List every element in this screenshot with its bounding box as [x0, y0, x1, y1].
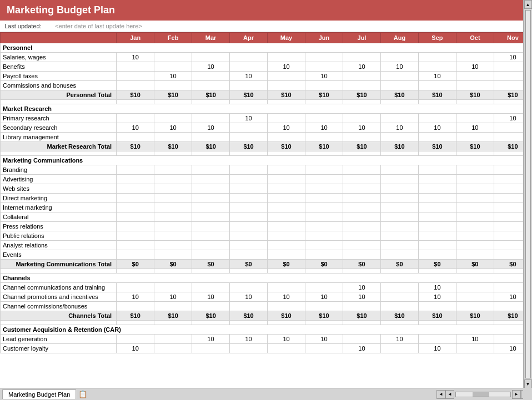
table-row: Branding — [1, 165, 532, 175]
resize-corner — [523, 388, 532, 400]
header-label-col — [1, 33, 117, 43]
month-header-row: Jan Feb Mar Apr May Jun Jul Aug Sep Oct … — [1, 33, 532, 43]
last-updated-bar: Last updated: <enter date of last update… — [0, 21, 532, 32]
scroll-thumb[interactable] — [473, 392, 489, 397]
table-row: Customer loyalty10101010 — [1, 344, 532, 353]
section-header-4: Customer Acquisition & Retention (CAR) — [1, 325, 532, 335]
table-row: Direct marketing — [1, 194, 532, 203]
total-row-2: Marketing Communications Total$0$0$0$0$0… — [1, 260, 532, 269]
table-row: Channel communications and training1010 — [1, 283, 532, 292]
horizontal-scrollbar[interactable]: ◄ ◄ ► ► — [436, 390, 530, 399]
table-row: Primary research1010 — [1, 114, 532, 123]
table-row: Benefits1010101010 — [1, 62, 532, 72]
section-spacer — [1, 321, 532, 325]
table-row: Payroll taxes10101010 — [1, 72, 532, 81]
table-row: Commissions and bonuses — [1, 81, 532, 90]
header-feb: Feb — [154, 33, 192, 43]
table-row: Library management — [1, 133, 532, 142]
scroll-track-v[interactable] — [525, 10, 531, 378]
table-row: Lead generation101010101010 — [1, 335, 532, 344]
total-row-0: Personnel Total$10$10$10$10$10$10$10$10$… — [1, 90, 532, 100]
table-row: Secondary research101010101010101010 — [1, 123, 532, 133]
table-row: Public relations — [1, 231, 532, 241]
section-spacer — [1, 151, 532, 156]
section-header-1: Market Research — [1, 104, 532, 114]
header-oct: Oct — [456, 33, 494, 43]
scroll-right2-btn[interactable]: ► — [512, 390, 521, 399]
header-mar: Mar — [192, 33, 230, 43]
table-row: Web sites — [1, 184, 532, 194]
section-header-0: Personnel — [1, 43, 532, 53]
section-spacer — [1, 269, 532, 274]
scroll-track[interactable] — [455, 392, 511, 397]
table-row: Collateral — [1, 212, 532, 222]
section-header-2: Marketing Communications — [1, 156, 532, 165]
table-row: Channel commissions/bonuses — [1, 302, 532, 311]
header-apr: Apr — [230, 33, 268, 43]
total-row-3: Channels Total$10$10$10$10$10$10$10$10$1… — [1, 311, 532, 321]
table-row: Salaries, wages1010 — [1, 53, 532, 62]
vertical-scrollbar[interactable]: ▲ ▼ — [523, 0, 532, 388]
table-row: Analyst relations — [1, 241, 532, 250]
title-bar: Marketing Budget Plan — [0, 0, 532, 21]
scroll-left2-btn[interactable]: ◄ — [445, 390, 454, 399]
header-aug: Aug — [380, 33, 418, 43]
header-jul: Jul — [343, 33, 380, 43]
header-jan: Jan — [117, 33, 154, 43]
last-updated-value: <enter date of last update here> — [55, 23, 142, 29]
table-row: Channel promotions and incentives1010101… — [1, 292, 532, 302]
sheet-tab-add[interactable]: 📋 — [78, 390, 87, 398]
spreadsheet-area: Jan Feb Mar Apr May Jun Jul Aug Sep Oct … — [0, 32, 532, 353]
last-updated-label: Last updated: — [4, 23, 42, 29]
sheet-tab[interactable]: Marketing Budget Plan — [2, 389, 76, 399]
table-row: Internet marketing — [1, 203, 532, 212]
spreadsheet-title: Marketing Budget Plan — [7, 4, 115, 16]
scroll-down-btn[interactable]: ▼ — [524, 379, 532, 388]
bottom-bar: Marketing Budget Plan 📋 ◄ ◄ ► ► — [0, 388, 532, 400]
scroll-up-btn[interactable]: ▲ — [524, 0, 532, 9]
header-sep: Sep — [418, 33, 456, 43]
section-spacer — [1, 100, 532, 104]
table-row: Events — [1, 250, 532, 260]
total-row-1: Market Research Total$10$10$10$10$10$10$… — [1, 142, 532, 151]
header-may: May — [268, 33, 305, 43]
scroll-left-btn[interactable]: ◄ — [436, 390, 445, 399]
section-header-3: Channels — [1, 274, 532, 283]
header-jun: Jun — [305, 33, 343, 43]
table-row: Press relations — [1, 222, 532, 231]
table-row: Advertising — [1, 175, 532, 184]
